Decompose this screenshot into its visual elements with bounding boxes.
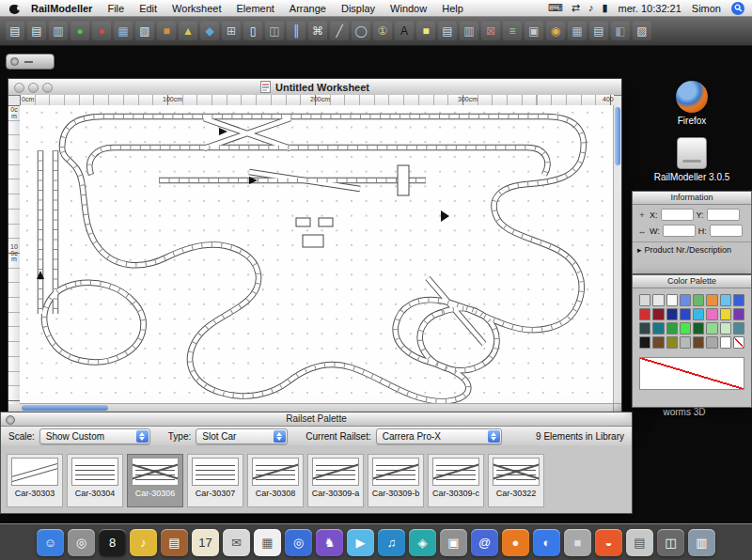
color-swatch[interactable] — [720, 308, 731, 320]
type-popup[interactable]: Slot Car — [196, 428, 288, 444]
menu-item[interactable]: Window — [390, 3, 427, 14]
dock-icon[interactable]: ◎ — [285, 529, 312, 556]
color-swatch[interactable] — [706, 322, 717, 334]
menubar-status-icon[interactable]: ⇄ — [572, 2, 580, 14]
color-swatch[interactable] — [693, 336, 704, 349]
spotlight-icon[interactable] — [731, 2, 744, 15]
color-swatch[interactable] — [680, 336, 691, 349]
dock-icon[interactable]: ▶ — [347, 529, 374, 556]
color-swatch[interactable] — [733, 294, 744, 306]
window-buttons[interactable] — [14, 83, 53, 93]
color-swatch[interactable] — [639, 308, 650, 320]
toolbar-icon[interactable]: ▨ — [633, 22, 651, 40]
railset-item[interactable]: Car-30303 — [7, 454, 63, 507]
color-swatch[interactable] — [666, 322, 678, 334]
dock-icon[interactable]: ■ — [564, 529, 591, 556]
track-canvas[interactable] — [20, 105, 614, 404]
dock-icon[interactable]: ▣ — [440, 529, 467, 556]
dock-icon[interactable]: ♞ — [316, 529, 343, 556]
toolbar-icon[interactable]: ▤ — [438, 22, 457, 40]
w-field[interactable] — [663, 225, 696, 237]
dock-icon[interactable]: ▤ — [161, 529, 188, 556]
toolbar-icon[interactable]: ▥ — [460, 22, 478, 40]
menu-item[interactable]: Display — [341, 3, 375, 14]
dock-icon[interactable]: 17 — [192, 529, 219, 556]
railset-item[interactable]: Car-30308 — [247, 454, 304, 507]
dock-icon[interactable]: ♪ — [130, 529, 157, 556]
color-swatch[interactable] — [720, 294, 731, 306]
menu-item[interactable]: RailModeller — [31, 3, 92, 14]
dock-icon[interactable]: ▦ — [254, 529, 281, 556]
dock-icon[interactable]: ✉ — [223, 529, 250, 556]
menubar-status-icon[interactable]: ♪ — [588, 2, 594, 14]
menubar-clock[interactable]: mer. 10:32:21 — [619, 3, 682, 14]
dock-icon[interactable]: ◫ — [657, 529, 684, 556]
toolbar-icon[interactable]: ● — [70, 22, 89, 40]
railset-item[interactable]: Car-30307 — [187, 454, 243, 507]
h-field[interactable] — [710, 225, 743, 237]
toolbar-icon[interactable]: ▧ — [135, 22, 154, 40]
menubar-status-icon[interactable]: ⌨ — [548, 2, 563, 14]
desktop-icon-worms3d[interactable]: worms 3D — [647, 407, 722, 417]
color-swatch[interactable] — [652, 322, 664, 334]
disclosure-triangle-icon[interactable]: ▸ — [637, 245, 642, 255]
toolbar-icon[interactable]: ■ — [416, 22, 435, 40]
toolbar-icon[interactable]: A — [395, 22, 414, 40]
close-icon[interactable] — [6, 415, 15, 425]
menu-item[interactable]: Element — [236, 3, 274, 14]
panel-title[interactable]: Information — [633, 192, 751, 205]
toolbar-icon[interactable]: ▤ — [6, 22, 24, 40]
color-swatch[interactable] — [680, 294, 691, 306]
color-swatch[interactable] — [666, 294, 678, 306]
color-swatch[interactable] — [652, 308, 664, 320]
panel-title[interactable]: Color Palette — [633, 275, 751, 288]
color-swatch[interactable] — [680, 308, 691, 320]
toolbar-icon[interactable]: ▤ — [27, 22, 46, 40]
toolbar-icon[interactable]: ▦ — [568, 22, 587, 40]
menu-item[interactable]: Worksheet — [172, 3, 221, 14]
dock-icon[interactable]: ◈ — [409, 529, 436, 556]
toolbar-icon[interactable]: ◧ — [611, 22, 630, 40]
menubar-status-icon[interactable]: ▮ — [602, 2, 607, 14]
railset-item[interactable]: Car-30304 — [67, 454, 123, 507]
toolbar-icon[interactable]: ● — [92, 22, 111, 40]
toolbar-icon[interactable]: ⊠ — [481, 22, 500, 40]
toolbar-icon[interactable]: ◯ — [352, 22, 370, 40]
color-swatch[interactable] — [666, 336, 678, 349]
dock-icon[interactable]: 8 — [99, 529, 126, 556]
toolbar-icon[interactable]: ■ — [157, 22, 176, 40]
toolbar-icon[interactable]: ║ — [287, 22, 306, 40]
color-swatch[interactable] — [652, 294, 664, 306]
color-swatch[interactable] — [693, 294, 704, 306]
horizontal-scrollbar[interactable] — [20, 403, 614, 412]
dock-icon[interactable]: ▥ — [688, 529, 715, 556]
color-swatch[interactable] — [720, 322, 731, 334]
railset-item[interactable]: Car-30322 — [488, 454, 544, 507]
menu-item[interactable]: Arrange — [290, 3, 326, 14]
worksheet-titlebar[interactable]: Untitled Worksheet — [8, 79, 621, 96]
color-swatch[interactable] — [639, 336, 650, 349]
color-swatch[interactable] — [693, 308, 704, 320]
desktop-icon-railmodeller[interactable]: RailModeller 3.0.5 — [647, 137, 737, 182]
color-swatch[interactable] — [733, 308, 744, 320]
toolbar-icon[interactable]: ⌘ — [308, 22, 327, 40]
toolbar-icon[interactable]: ▤ — [589, 22, 608, 40]
scale-popup[interactable]: Show Custom — [39, 428, 150, 444]
color-swatch[interactable] — [680, 322, 691, 334]
menu-item[interactable]: Help — [442, 3, 463, 14]
menu-item[interactable]: File — [107, 3, 124, 14]
toolbar-icon[interactable]: ◫ — [265, 22, 284, 40]
desktop-icon-firefox[interactable]: Firefox — [647, 81, 737, 126]
color-swatch[interactable] — [706, 308, 717, 320]
toolbar-icon[interactable]: ▯ — [243, 22, 262, 40]
dock-icon[interactable]: @ — [471, 529, 498, 556]
close-icon[interactable] — [10, 57, 19, 66]
vertical-scrollbar[interactable] — [613, 105, 621, 404]
toolbar-icon[interactable]: ◆ — [200, 22, 219, 40]
toolbar-icon[interactable]: ▣ — [525, 22, 543, 40]
collapsed-palette-window[interactable] — [6, 54, 55, 70]
color-swatch[interactable] — [706, 336, 717, 349]
color-swatch[interactable] — [720, 336, 731, 349]
apple-menu-icon[interactable] — [9, 3, 20, 14]
dock-icon[interactable]: ☺ — [37, 529, 64, 556]
